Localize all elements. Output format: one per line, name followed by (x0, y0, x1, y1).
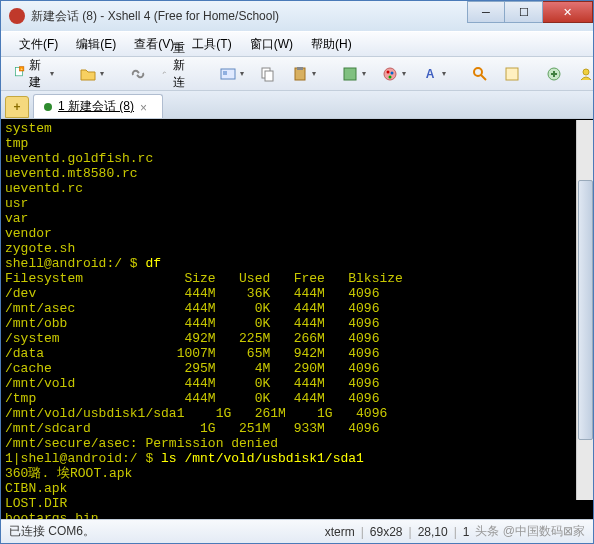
tab-label: 1 新建会话 (8) (58, 98, 134, 115)
maximize-button[interactable]: ☐ (505, 1, 543, 23)
xagent-button[interactable] (571, 61, 594, 87)
menu-bar: 文件(F) 编辑(E) 查看(V) 工具(T) 窗口(W) 帮助(H) (1, 31, 593, 57)
terminal-output[interactable]: system tmp ueventd.goldfish.rc ueventd.m… (1, 119, 593, 519)
svg-point-13 (389, 75, 392, 78)
status-termtype: xterm (325, 525, 355, 539)
copy-button[interactable] (253, 61, 283, 87)
status-right: xterm | 69x28 | 28,10 | 1 头条 @中国数码⊠家 (325, 523, 585, 540)
transfer-icon (546, 66, 562, 82)
app-window: 新建会话 (8) - Xshell 4 (Free for Home/Schoo… (0, 0, 594, 544)
new-session-button[interactable]: + 新建 ▾ (7, 61, 61, 87)
copy-icon (260, 66, 276, 82)
menu-edit[interactable]: 编辑(E) (68, 32, 124, 57)
svg-point-15 (474, 68, 482, 76)
svg-line-16 (481, 75, 486, 80)
dropdown-icon: ▾ (50, 69, 54, 78)
svg-rect-9 (344, 68, 356, 80)
status-connection: 已连接 COM6。 (9, 523, 325, 540)
svg-rect-4 (223, 71, 227, 75)
font-icon: A (422, 66, 438, 82)
svg-text:A: A (426, 67, 435, 81)
svg-rect-8 (297, 67, 303, 70)
menu-file[interactable]: 文件(F) (11, 32, 66, 57)
new-icon: + (14, 66, 25, 82)
palette-icon (382, 66, 398, 82)
status-session-count: 1 (463, 525, 470, 539)
reconnect-icon (162, 66, 169, 82)
add-tab-button[interactable]: + (5, 96, 29, 118)
find-button[interactable] (465, 61, 495, 87)
status-size: 69x28 (370, 525, 403, 539)
search-icon (472, 66, 488, 82)
titlebar[interactable]: 新建会话 (8) - Xshell 4 (Free for Home/Schoo… (1, 1, 593, 31)
link-icon (130, 66, 146, 82)
svg-point-19 (583, 69, 589, 75)
svg-point-11 (387, 70, 390, 73)
new-label: 新建 (29, 57, 46, 91)
toolbar: + 新建 ▾ ▾ 重新连接 ▾ ▾ ▾ ▾ A▾ (1, 57, 593, 91)
paste-icon (292, 66, 308, 82)
paste-button[interactable]: ▾ (285, 61, 323, 87)
tab-bar: + 1 新建会话 (8) × (1, 91, 593, 119)
card-icon (220, 66, 236, 82)
agent-icon (578, 66, 594, 82)
color-button[interactable]: ▾ (375, 61, 413, 87)
session-tab[interactable]: 1 新建会话 (8) × (33, 94, 163, 118)
scrollbar-thumb[interactable] (578, 180, 593, 440)
window-controls: ─ ☐ ✕ (467, 1, 593, 23)
folder-icon (80, 66, 96, 82)
profiles-button[interactable]: ▾ (213, 61, 251, 87)
tab-close-button[interactable]: × (140, 101, 152, 113)
connect-button[interactable] (123, 61, 153, 87)
prop-button[interactable]: ▾ (335, 61, 373, 87)
svg-point-12 (391, 71, 394, 74)
svg-rect-17 (506, 68, 518, 80)
app-icon (9, 8, 25, 24)
window-title: 新建会话 (8) - Xshell 4 (Free for Home/Schoo… (31, 8, 279, 25)
status-cursor: 28,10 (418, 525, 448, 539)
minimize-button[interactable]: ─ (467, 1, 505, 23)
prop-icon (342, 66, 358, 82)
script-icon (504, 66, 520, 82)
xftp-button[interactable] (539, 61, 569, 87)
font-button[interactable]: A▾ (415, 61, 453, 87)
watermark-text: 头条 @中国数码⊠家 (475, 523, 585, 540)
open-button[interactable]: ▾ (73, 61, 111, 87)
menu-window[interactable]: 窗口(W) (242, 32, 301, 57)
status-bar: 已连接 COM6。 xterm | 69x28 | 28,10 | 1 头条 @… (1, 519, 593, 543)
script-button[interactable] (497, 61, 527, 87)
menu-help[interactable]: 帮助(H) (303, 32, 360, 57)
svg-rect-6 (265, 71, 273, 81)
connected-indicator-icon (44, 103, 52, 111)
close-button[interactable]: ✕ (543, 1, 593, 23)
terminal-scrollbar[interactable] (576, 120, 593, 500)
reconnect-button[interactable]: 重新连接 (155, 61, 201, 87)
